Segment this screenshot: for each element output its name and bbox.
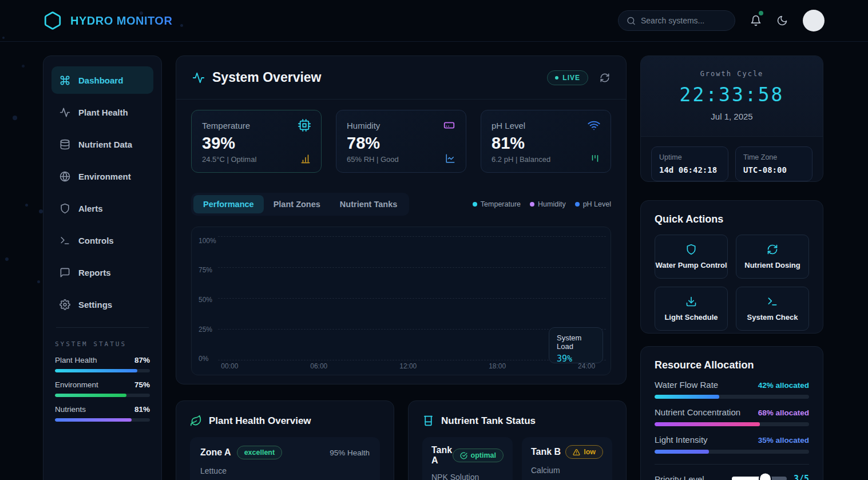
tooltip-title: System Load — [557, 334, 595, 351]
download-icon — [685, 296, 697, 307]
live-label: LIVE — [562, 74, 580, 82]
refresh-icon — [767, 244, 778, 255]
priority-slider[interactable] — [732, 477, 787, 480]
slider-thumb[interactable] — [760, 474, 771, 480]
growth-cycle-card: Growth Cycle 22:33:58 Jul 1, 2025 Uptime… — [640, 55, 823, 182]
sidebar-item-reports[interactable]: Reports — [51, 259, 153, 286]
tab-plant-zones[interactable]: Plant Zones — [264, 195, 330, 213]
y-tick: 100% — [192, 237, 213, 245]
avatar[interactable] — [803, 10, 825, 31]
stat-label: pH Level — [492, 121, 525, 130]
legend-item-ph-level: pH Level — [575, 200, 611, 208]
legend-dot — [530, 202, 534, 207]
uptime-value: 14d 06:42:18 — [659, 165, 720, 174]
sidebar-item-alerts[interactable]: Alerts — [51, 195, 153, 222]
bar-chart-icon — [300, 153, 311, 164]
growth-cycle-label: Growth Cycle — [641, 70, 823, 78]
sidebar-item-settings[interactable]: Settings — [51, 291, 153, 318]
plant-health-overview-card: Plant Health Overview Zone A excellent 9… — [176, 400, 394, 480]
zone-crop: Lettuce — [200, 466, 370, 475]
check-circle-icon — [460, 452, 467, 459]
stat-subtext: 24.5°C | Optimal — [202, 155, 256, 164]
refresh-button[interactable] — [600, 73, 610, 83]
sidebar-item-plant-health[interactable]: Plant Health — [51, 98, 153, 126]
tab-performance[interactable]: Performance — [193, 195, 264, 213]
sidebar-item-controls[interactable]: Controls — [51, 227, 153, 254]
tank-a-card[interactable]: Tank A optimal NPK Solution 80L / 100L 8… — [422, 437, 513, 480]
sidebar-item-label: Dashboard — [78, 76, 123, 85]
status-metric-environment: Environment 75% — [55, 380, 150, 397]
search-box[interactable] — [618, 10, 735, 31]
sidebar-item-label: Environment — [78, 172, 131, 181]
sidebar-item-label: Reports — [78, 268, 111, 277]
resource-bar — [655, 422, 809, 426]
tank-name: Tank A — [431, 445, 453, 466]
sidebar-item-environment[interactable]: Environment — [51, 162, 153, 190]
notifications-button[interactable] — [750, 15, 762, 26]
stat-subtext: 6.2 pH | Balanced — [492, 155, 550, 164]
stat-value: 39% — [202, 134, 311, 153]
tab-bar: Performance Plant Zones Nutrient Tanks — [191, 193, 409, 216]
light-schedule-button[interactable]: Light Schedule — [655, 287, 728, 331]
tab-nutrient-tanks[interactable]: Nutrient Tanks — [330, 195, 407, 213]
command-icon — [60, 75, 70, 86]
y-tick: 25% — [192, 326, 213, 334]
timezone-box: Time Zone UTC-08:00 — [735, 146, 812, 181]
activity-icon — [60, 107, 70, 118]
bell-icon — [750, 15, 762, 26]
sidebar-item-label: Settings — [78, 300, 112, 310]
gridline — [218, 360, 606, 360]
stat-card-humidity[interactable]: Humidity 78% 65% RH | Good — [336, 110, 466, 173]
status-badge: optimal — [453, 449, 504, 462]
legend-item-temperature: Temperature — [473, 200, 521, 208]
metric-label: Environment — [55, 380, 98, 389]
database-icon — [60, 139, 70, 150]
terminal-icon — [60, 235, 70, 246]
tabs-row: Performance Plant Zones Nutrient Tanks T… — [191, 193, 611, 216]
priority-level-row: Priority Level 3/5 — [655, 474, 809, 480]
stat-card-ph-level[interactable]: pH Level 81% 6.2 pH | Balanced — [481, 110, 611, 173]
terminal-icon — [767, 296, 778, 307]
card-title: Nutrient Tank Status — [441, 415, 536, 427]
top-nav: HYDRO MONITOR — [0, 0, 868, 42]
kanban-icon — [590, 153, 600, 164]
status-badge: low — [565, 445, 603, 459]
resource-water-flow-rate: Water Flow Rate 42% allocated — [655, 380, 809, 399]
shield-icon — [685, 244, 697, 255]
system-check-button[interactable]: System Check — [736, 287, 809, 331]
refresh-icon — [600, 73, 610, 83]
x-tick: 18:00 — [489, 362, 506, 370]
zone-a-row[interactable]: Zone A excellent 95% Health Lettuce — [190, 437, 380, 480]
water-pump-control-button[interactable]: Water Pump Control — [655, 235, 728, 279]
brand: HYDRO MONITOR — [43, 11, 172, 30]
notification-dot — [759, 11, 763, 15]
timezone-label: Time Zone — [743, 153, 804, 161]
sidebar-item-dashboard[interactable]: Dashboard — [51, 66, 153, 94]
sidebar-item-label: Controls — [78, 236, 114, 245]
stat-value: 81% — [492, 134, 600, 153]
card-title: Resource Allocation — [655, 359, 809, 371]
tank-b-card[interactable]: Tank B low Calcium 25L / 100L 25% — [522, 437, 612, 480]
metric-bar — [55, 394, 150, 397]
system-status-title: SYSTEM STATUS — [55, 340, 150, 348]
metric-label: Plant Health — [55, 356, 97, 364]
y-tick: 50% — [192, 296, 213, 304]
performance-chart[interactable]: 100% 75% 50% 25% 0% 00:00 06:00 12:00 18… — [191, 227, 611, 375]
stat-card-temperature[interactable]: Temperature 39% 24.5°C | Optimal — [191, 110, 322, 173]
y-tick: 0% — [192, 355, 213, 363]
tank-solution: NPK Solution — [431, 473, 504, 480]
message-square-icon — [60, 267, 70, 278]
sidebar-item-label: Nutrient Data — [78, 140, 132, 149]
gear-icon — [60, 299, 70, 310]
nutrient-dosing-button[interactable]: Nutrient Dosing — [736, 235, 809, 279]
live-badge[interactable]: LIVE — [547, 70, 588, 85]
stat-label: Temperature — [202, 121, 250, 130]
theme-toggle-button[interactable] — [776, 15, 788, 26]
quick-actions-card: Quick Actions Water Pump Control Nutrien… — [640, 200, 823, 334]
search-input[interactable] — [641, 16, 727, 25]
tooltip-value: 39% — [557, 354, 595, 364]
tank-name: Tank B — [531, 447, 561, 457]
sidebar-item-nutrient-data[interactable]: Nutrient Data — [51, 130, 153, 158]
nutrient-tank-status-card: Nutrient Tank Status Tank A optimal NPK … — [408, 400, 627, 480]
priority-label: Priority Level — [655, 474, 725, 480]
